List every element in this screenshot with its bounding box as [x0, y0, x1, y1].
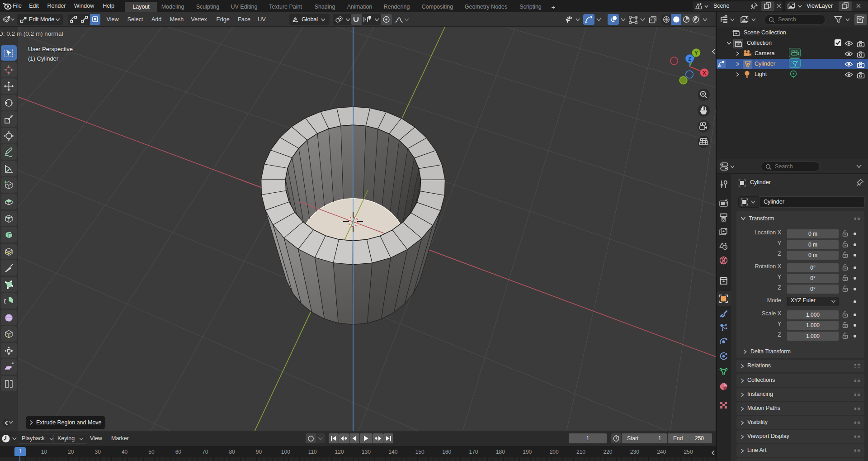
- svg-text:Y: Y: [694, 50, 698, 56]
- svg-text:X: X: [703, 70, 706, 76]
- svg-text:Z: Z: [688, 56, 691, 62]
